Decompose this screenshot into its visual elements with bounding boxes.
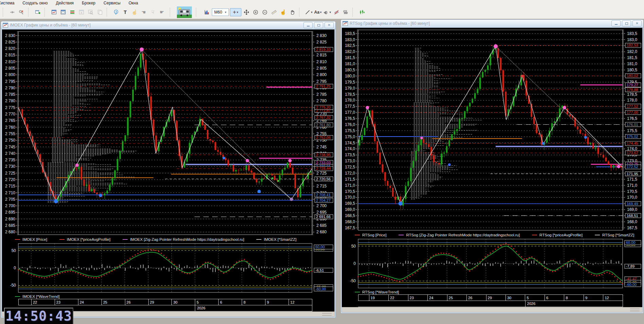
window-search-icon: [87, 8, 95, 16]
interval-select[interactable]: M60▾: [212, 8, 229, 16]
close-button[interactable]: ✕: [632, 20, 642, 26]
svg-text:177,52: 177,52: [627, 104, 638, 108]
svg-text:178,0: 178,0: [627, 98, 637, 103]
year-label: 2026: [525, 301, 623, 307]
price-chart-canvas[interactable]: 2 6802 6802 6852 6852 6902 6902 6952 695…: [2, 30, 334, 236]
time-cell: 5: [525, 295, 544, 301]
time-cell: 19: [369, 295, 388, 301]
time-cell: 23: [55, 299, 78, 305]
time-cell: 9: [584, 295, 603, 301]
time-axis: 1922232425262930568912 2026: [358, 294, 623, 307]
svg-text:172,52: 172,52: [627, 165, 638, 169]
svg-text:2 775,20: 2 775,20: [316, 105, 331, 109]
maximize-button[interactable]: [314, 22, 323, 28]
window-title: RTSog График цены и объёма - [60 минут]: [350, 21, 611, 26]
svg-text:2 820: 2 820: [5, 46, 15, 51]
resize-grip[interactable]: [630, 309, 640, 311]
hide-drawings-tool[interactable]: [332, 8, 341, 16]
svg-text:2 795: 2 795: [5, 79, 15, 84]
svg-text:2 800: 2 800: [316, 72, 327, 77]
scroll-strip[interactable]: [342, 307, 642, 312]
menu-item-1[interactable]: Создать окно: [22, 1, 48, 5]
svg-text:2 700: 2 700: [5, 203, 15, 208]
time-cell: 26: [466, 295, 486, 301]
svg-text:2 733,03: 2 733,03: [316, 161, 331, 165]
svg-text:180,02: 180,02: [627, 74, 638, 78]
svg-text:182,53: 182,53: [627, 43, 638, 47]
svg-text:182,5: 182,5: [345, 43, 355, 48]
zoom-in-tool[interactable]: [252, 8, 260, 16]
svg-text:171,0: 171,0: [345, 183, 355, 188]
point-tool[interactable]: ☝: [279, 8, 287, 16]
frame-window-icon[interactable]: [59, 8, 67, 16]
svg-text:0: 0: [14, 266, 16, 270]
wavetrend-canvas[interactable]: 500-5055,0060,00-55,00-60,00-6,51: [2, 242, 334, 294]
alert-tool[interactable]: ▾: [323, 8, 331, 16]
chart-window-icon[interactable]: [50, 8, 58, 16]
price-chart-canvas[interactable]: 167,5167,5168,0168,0168,5168,5169,0169,0…: [342, 28, 642, 232]
svg-text:178,88: 178,88: [627, 88, 638, 92]
svg-text:2 800: 2 800: [5, 72, 15, 77]
minimize-button[interactable]: [611, 20, 621, 26]
crosshair-toggle[interactable]: +▾: [230, 8, 241, 16]
close-button[interactable]: ✕: [325, 22, 334, 28]
legend-item: RTSog [*priceAvgProfile]: [532, 233, 583, 237]
legend-item: RTSog [Price]: [355, 233, 386, 237]
hint-balloon-icon[interactable]: !: [112, 8, 120, 16]
zoom-out-tool[interactable]: [261, 8, 269, 16]
svg-text:180,0: 180,0: [345, 74, 355, 78]
time-cell: 25: [447, 295, 466, 301]
svg-text:182,0: 182,0: [627, 49, 637, 54]
svg-text:2 825: 2 825: [316, 40, 327, 44]
svg-text:168,51: 168,51: [627, 214, 638, 218]
chart-window-icon: [3, 23, 8, 28]
menu-item-4[interactable]: Сервисы: [104, 1, 121, 5]
chart-window-imoex: IMOEX График цены и объёма - [60 минут] …: [1, 21, 336, 318]
trendline-tool[interactable]: ▾: [305, 8, 313, 16]
pan-hand-tool[interactable]: [288, 8, 296, 16]
move-tool[interactable]: [242, 8, 251, 16]
time-cell: 12: [603, 295, 622, 301]
ruler-tool[interactable]: [270, 8, 278, 16]
menu-item-2[interactable]: Действия: [56, 1, 74, 5]
window-title-bar[interactable]: IMOEX График цены и объёма - [60 минут] …: [1, 21, 335, 29]
time-cell: 22: [31, 299, 55, 305]
minimize-button[interactable]: [303, 22, 313, 28]
close-window-icon: x: [77, 8, 86, 16]
svg-text:180,5: 180,5: [345, 68, 355, 72]
svg-text:-50: -50: [10, 283, 16, 288]
svg-text:2 755: 2 755: [5, 131, 15, 136]
time-cell: 29: [486, 295, 505, 301]
svg-text:2 780: 2 780: [5, 98, 15, 103]
menu-item-5[interactable]: Окна: [129, 1, 138, 5]
chart-style-icon[interactable]: [203, 8, 211, 16]
legend-item: IMOEX [Price]: [15, 237, 47, 241]
new-chart-tool[interactable]: [358, 8, 366, 16]
menu-item-3[interactable]: Брокер: [82, 1, 95, 5]
maximize-button[interactable]: [622, 20, 631, 26]
add-window-button[interactable]: [34, 8, 42, 16]
text-tool[interactable]: Aa▾: [314, 8, 322, 16]
train-picture[interactable]: [177, 8, 192, 16]
quotes-list-icon[interactable]: [68, 8, 76, 16]
time-cell: 12: [289, 299, 312, 305]
time-cell: 22: [388, 295, 408, 301]
drawings-list-tool[interactable]: [342, 8, 350, 16]
svg-text:183,5: 183,5: [627, 31, 637, 36]
svg-text:179,5: 179,5: [345, 80, 355, 85]
wavetrend-legend: IMOEX [*WaveTrend]: [2, 294, 334, 299]
resize-grip[interactable]: [322, 313, 332, 316]
svg-text:2 740: 2 740: [5, 151, 15, 156]
text-label-icon[interactable]: T: [121, 8, 129, 16]
svg-text:-7,89: -7,89: [626, 264, 634, 268]
svg-text:168,5: 168,5: [345, 213, 355, 218]
key-cancel-icon[interactable]: x: [17, 8, 25, 16]
window-title-bar[interactable]: RTSog График цены и объёма - [60 минут] …: [341, 20, 643, 28]
time-cell: [358, 295, 369, 301]
wavetrend-canvas[interactable]: 500-5055,0060,00-41,47-55,00-60,00-7,89: [342, 238, 642, 289]
price-chart-legend: RTSog [Price]RTSog [Zig-Zag Pointer Refr…: [342, 232, 642, 238]
time-cell: 6: [218, 299, 242, 305]
svg-text:2 735: 2 735: [5, 158, 15, 162]
menu-item-0[interactable]: Система: [0, 1, 14, 5]
pin-icon[interactable]: [8, 8, 16, 16]
